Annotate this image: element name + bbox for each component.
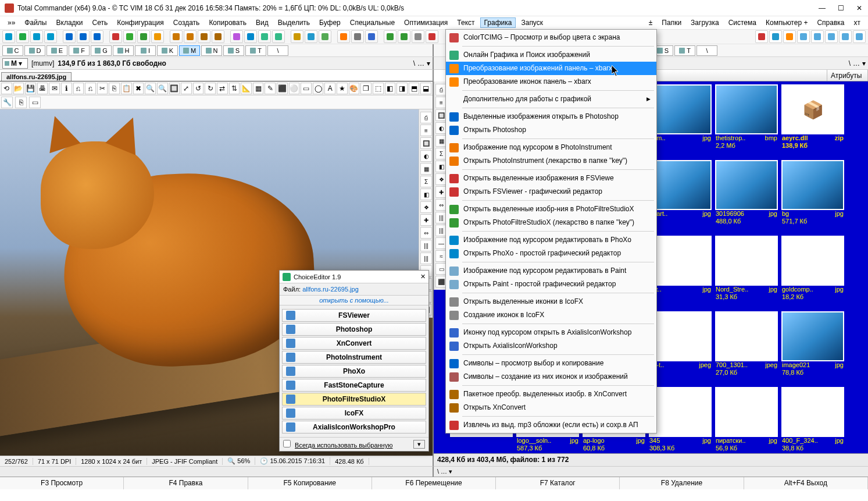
tool-icon[interactable]: 🔧 [1,97,13,108]
toolbar-button[interactable] [319,30,331,43]
crop-icon[interactable]: ▭ [29,97,41,108]
toolbar-button[interactable] [811,30,824,43]
toolbar-button[interactable] [151,30,164,43]
toolbar-button[interactable] [212,30,224,43]
lister-tool[interactable]: ↺ [193,83,204,94]
toolbar-button[interactable] [398,30,410,43]
toolbar-button[interactable] [839,30,852,43]
thumbnail[interactable]: 30196906jpg488,0 Кб [714,159,779,234]
menu-item[interactable]: Открыть FSViewer - графический редактор [446,185,656,198]
thumbnail[interactable]: 📦aeyrc.dllzip138,9 Кб [780,84,845,158]
lister-tool[interactable]: ⟲ [1,83,12,94]
menu-Система[interactable]: Система [724,17,760,28]
lister-tool[interactable]: ⬚ [373,83,384,94]
maximize-button[interactable]: ☐ [837,4,845,12]
fkey[interactable]: F5 Копирование [248,477,372,489]
lister-tool[interactable]: 📐 [241,83,252,94]
copy-icon[interactable]: ⎘ [15,97,27,108]
menu-item[interactable]: ColorTCIMG – Просмотр и выбор цвета с эк… [446,31,656,44]
side-button[interactable]: ||| [420,253,432,264]
side-button[interactable]: 🔲 [420,137,432,149]
drive-H[interactable]: H [113,45,134,56]
lister-tool[interactable]: ℹ [61,83,72,94]
side-button[interactable]: ✚ [420,214,432,226]
menu-Специальные[interactable]: Специальные [346,17,399,28]
menu-item[interactable]: Открыть PhoXo - простой графический реда… [446,247,656,260]
menu-item[interactable]: Открыть выделенные изобр-ния в PhotoFilt… [446,202,656,216]
fkey[interactable]: F6 Перемещение [372,477,496,489]
side-button[interactable]: ❖ [420,201,432,213]
toolbar-button[interactable] [16,30,29,43]
col-attr[interactable]: Атрибуты [827,70,868,81]
side-button[interactable]: Σ [420,176,432,187]
menu-item[interactable]: Создание иконок в IcoFX [446,308,656,322]
side-button[interactable]: ◐ [420,150,432,162]
thumbnail[interactable]: 3_m..jpgКб [648,84,713,158]
lister-tool[interactable]: 📂 [13,83,24,94]
menu-item[interactable]: Изображение под курсором редактировать в… [446,233,656,247]
menu-Вкладки[interactable]: Вкладки [52,17,87,28]
always-checkbox[interactable]: Всегда использовать выбранную [283,440,392,449]
lister-tool[interactable]: ⬛ [277,83,288,94]
toolbar-button[interactable] [351,30,364,43]
root-button[interactable]: \ [413,59,415,67]
toolbar-button[interactable] [230,30,243,43]
choice-item-FastStoneCapture[interactable]: FastStoneCapture [282,379,426,392]
menu-item[interactable]: Открыть Paint - простой графический реда… [446,278,656,291]
menu-Создать[interactable]: Создать [169,17,204,28]
drive-I[interactable]: I [135,45,156,56]
menu-Справка[interactable]: Справка [813,17,848,28]
menu-item[interactable]: Дополнительно для работы с графикой▶ [446,93,656,106]
menu-Графика[interactable]: Графика [480,17,516,28]
thumbnail[interactable]: thetistrop..bmp2,2 Мб [714,84,779,158]
lister-tool[interactable]: 💾 [25,83,36,94]
choice-item-PhotoInstrument[interactable]: PhotoInstrument [282,351,426,364]
thumbnail[interactable]: goldcomp..jpg18,2 Кб [780,235,845,310]
drive-G[interactable]: G [91,45,112,56]
menu-»»[interactable]: »» [3,17,19,28]
drive-\[interactable]: \ [696,45,717,56]
toolbar-button[interactable] [30,30,43,43]
toolbar-button[interactable] [769,30,782,43]
toolbar-button[interactable] [77,30,90,43]
menu-item[interactable]: Открыть AxialisIconWorkshop [446,339,656,353]
lister-tool[interactable]: ⬓ [420,83,431,94]
toolbar-button[interactable] [412,30,424,43]
menu-item[interactable]: Извлечь из выд. mp3 обложки (если есть) … [446,418,656,432]
menu-Буфер[interactable]: Буфер [315,17,345,28]
choice-item-IcoFX[interactable]: IcoFX [282,407,426,420]
menu-Текст[interactable]: Текст [453,17,478,28]
menu-Конфигурация[interactable]: Конфигурация [113,17,168,28]
lister-tool[interactable]: 🎨 [349,83,360,94]
lister-tool[interactable]: ⎌ [73,83,84,94]
side-button[interactable]: ▦ [420,163,432,175]
lister-tool[interactable]: ⬒ [409,83,420,94]
menu-item[interactable]: Открыть Photoshop [446,123,656,137]
menu-Загрузка[interactable]: Загрузка [687,17,723,28]
thumbnail[interactable]: 700_1301..jpeg27,0 Кб [714,311,779,385]
choice-item-PhotoFiltreStudioX[interactable]: PhotoFiltreStudioX [282,393,426,406]
drive-\[interactable]: \ [267,45,288,56]
menu-item[interactable]: Открыть выделенные изображения в FSViewe [446,172,656,185]
lister-tool[interactable]: ⎌ [85,83,96,94]
choice-item-XnConvert[interactable]: XnConvert [282,337,426,350]
side-button[interactable]: ||| [420,240,432,251]
drive-N[interactable]: N [201,45,222,56]
toolbar-button[interactable] [365,30,378,43]
menu-item[interactable]: Выделенные изображения открыть в Photosh… [446,110,656,123]
thumbnail[interactable]: 400_F_324..jpg38,8 Кб [780,386,845,453]
thumbnail[interactable]: -ок..jpg [648,235,713,310]
lister-tool[interactable]: ▦ [253,83,264,94]
menu-Вид[interactable]: Вид [252,17,273,28]
lister-tool[interactable]: ◧ [385,83,396,94]
fkey[interactable]: F3 Просмотр [0,477,124,489]
side-button[interactable]: ⎙ [420,112,432,123]
toolbar-button[interactable] [272,30,285,43]
menu-Компьютер +[interactable]: Компьютер + [762,17,812,28]
menu-item[interactable]: Изображение под курсором редактировать в… [446,264,656,278]
lister-tool[interactable]: ✎ [265,83,276,94]
drive-E[interactable]: E [47,45,67,56]
lister-tool[interactable]: ◨ [397,83,408,94]
toolbar-button[interactable] [91,30,103,43]
toolbar-button[interactable] [123,30,136,43]
